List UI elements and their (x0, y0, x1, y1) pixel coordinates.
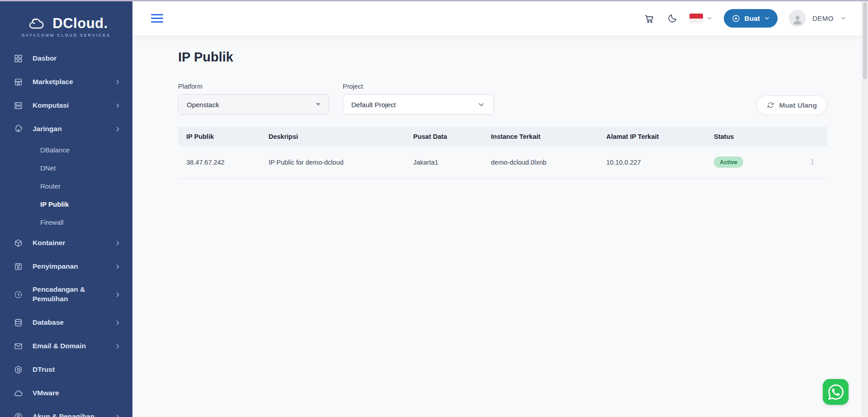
chevron-right-icon (115, 320, 121, 326)
ip-public-table: IP Publik Deskripsi Pusat Data Instance … (178, 127, 827, 179)
chevron-right-icon (115, 292, 121, 298)
sidebar-item-pencadangan-pemulihan[interactable]: Pencadangan & Pemulihan (0, 278, 132, 311)
page-title: IP Publik (178, 50, 827, 65)
chevron-right-icon (115, 343, 121, 349)
project-label: Project (343, 83, 494, 90)
main-area: Buat DEMO IP Publik Platform Ope (132, 0, 868, 417)
chevron-right-icon (115, 264, 121, 270)
sidebar-item-database[interactable]: Database (0, 311, 132, 334)
sidebar-item-vmware[interactable]: VMware (0, 381, 132, 405)
cart-button[interactable] (643, 13, 655, 24)
account-icon (14, 412, 23, 417)
sidebar-item-label: VMware (33, 389, 121, 398)
sidebar-subitem-router[interactable]: Router (0, 177, 132, 195)
history-icon (14, 290, 23, 299)
sidebar-subitem-dbalance[interactable]: DBalance (0, 141, 132, 159)
sidebar-item-label: DTrust (33, 365, 121, 374)
dark-mode-toggle[interactable] (666, 13, 678, 24)
sidebar-item-label: Akun & Penagihan (33, 412, 115, 417)
window-top-edge (0, 0, 868, 1)
box-icon (14, 238, 23, 248)
sidebar-item-marketplace[interactable]: Marketplace (0, 70, 132, 94)
sidebar-item-dtrust[interactable]: DTrust (0, 358, 132, 381)
sidebar-item-label: Pencadangan & Pemulihan (33, 285, 115, 304)
menu-toggle-button[interactable] (151, 14, 163, 23)
create-button-label: Buat (745, 14, 760, 23)
sidebar-item-label: Marketplace (33, 77, 115, 87)
create-button[interactable]: Buat (724, 9, 778, 28)
sidebar-item-email-domain[interactable]: Email & Domain (0, 334, 132, 358)
page-scrollbar[interactable] (862, 1, 868, 417)
project-select[interactable]: Default Project (343, 94, 494, 115)
avatar (789, 10, 806, 27)
sidebar-subitem-label: DNet (40, 164, 56, 172)
cloud-network-icon (14, 124, 23, 134)
shield-hexagon-icon (14, 365, 23, 374)
sidebar: DCloud. DATACOMM CLOUD SERVICES Dasbor M… (0, 0, 132, 417)
cloud-icon (14, 389, 23, 398)
language-selector[interactable] (689, 14, 712, 23)
sidebar-subitem-label: DBalance (40, 146, 70, 154)
sidebar-item-dasbor[interactable]: Dasbor (0, 47, 132, 70)
cell-deskripsi: IP Public for demo-dcloud (260, 159, 405, 166)
dashboard-icon (14, 54, 23, 63)
chevron-right-icon (115, 79, 121, 85)
cloud-logo-icon (24, 15, 48, 32)
floppy-icon (14, 262, 23, 271)
cell-instance-terkait: demo-dcloud.0lxnb (483, 159, 598, 166)
cell-pusat-data: Jakarta1 (405, 159, 483, 166)
chevron-right-icon (115, 126, 121, 132)
dcloud-logo[interactable]: DCloud. DATACOMM CLOUD SERVICES (0, 1, 132, 45)
scrollbar-thumb[interactable] (863, 2, 867, 79)
plus-circle-icon (731, 14, 741, 23)
column-header-pusat-data: Pusat Data (405, 133, 483, 140)
person-icon (791, 13, 804, 26)
sidebar-item-jaringan[interactable]: Jaringan (0, 117, 132, 141)
sidebar-item-penyimpanan[interactable]: Penyimpanan (0, 255, 132, 278)
sidebar-item-label: Komputasi (33, 101, 115, 110)
sidebar-item-label: Kontainer (33, 238, 115, 248)
sidebar-item-label: Email & Domain (33, 341, 115, 351)
reload-button-label: Muat Ulang (779, 101, 817, 109)
whatsapp-icon (828, 384, 844, 400)
chevron-down-icon (707, 15, 712, 21)
chevron-right-icon (115, 414, 121, 417)
sidebar-item-label: Database (33, 318, 115, 327)
whatsapp-button[interactable] (823, 379, 849, 405)
status-badge: Active (714, 156, 743, 168)
sidebar-item-komputasi[interactable]: Komputasi (0, 94, 132, 117)
app-root: DCloud. DATACOMM CLOUD SERVICES Dasbor M… (0, 0, 868, 417)
sidebar-subitem-label: Router (40, 182, 61, 190)
sidebar-item-akun-penagihan[interactable]: Akun & Penagihan (0, 405, 132, 417)
project-value: Default Project (351, 101, 396, 109)
chevron-down-icon (764, 15, 770, 21)
sidebar-subitem-ip-publik[interactable]: IP Publik (0, 195, 132, 213)
sidebar-subitem-label: IP Publik (40, 200, 69, 208)
platform-select[interactable]: Openstack (178, 94, 329, 115)
row-actions-menu-button[interactable]: ⋮ (801, 159, 828, 166)
chevron-right-icon (115, 240, 121, 246)
sidebar-item-kontainer[interactable]: Kontainer (0, 231, 132, 255)
brand-name: DCloud. (52, 15, 108, 32)
column-header-instance-terkait: Instance Terkait (483, 133, 598, 140)
chevron-down-icon (477, 101, 485, 109)
platform-label: Platform (178, 83, 329, 90)
cell-alamat-ip-terkait: 10.10.0.227 (598, 159, 706, 166)
sidebar-subitem-label: Firewall (40, 218, 64, 226)
sidebar-subitem-dnet[interactable]: DNet (0, 159, 132, 177)
table-row: 38.47.67.242 IP Public for demo-dcloud J… (178, 146, 827, 179)
table-header-row: IP Publik Deskripsi Pusat Data Instance … (178, 127, 827, 146)
refresh-icon (767, 101, 774, 109)
chevron-right-icon (115, 103, 121, 109)
project-field: Project Default Project (343, 83, 494, 115)
server-icon (14, 101, 23, 110)
user-menu[interactable]: DEMO (789, 10, 846, 27)
content: IP Publik Platform Openstack Project Def… (132, 35, 868, 417)
column-header-alamat-ip-terkait: Alamat IP Terkait (598, 133, 706, 140)
filter-bar: Platform Openstack Project Default Proje… (178, 83, 827, 115)
sidebar-subitem-firewall[interactable]: Firewall (0, 213, 132, 231)
chevron-down-icon (840, 15, 846, 21)
reload-button[interactable]: Muat Ulang (756, 95, 827, 115)
topbar: Buat DEMO (132, 0, 868, 35)
user-name: DEMO (812, 14, 834, 22)
